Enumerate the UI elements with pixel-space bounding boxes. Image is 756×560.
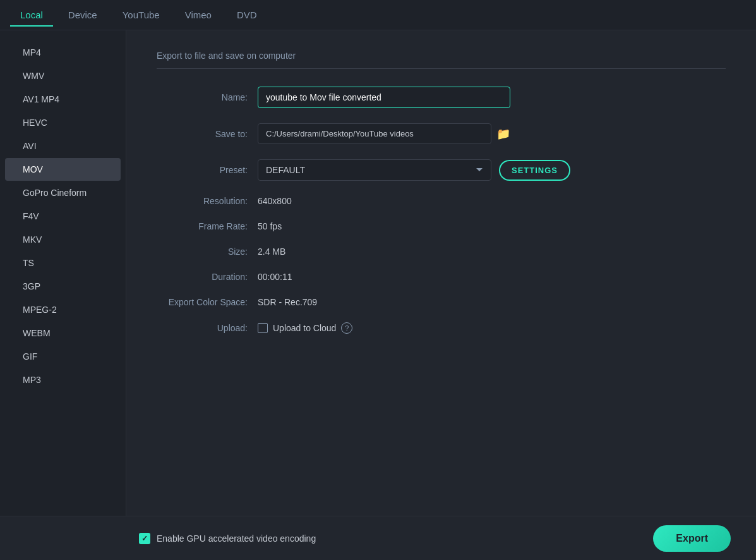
resolution-label: Resolution:: [157, 196, 258, 206]
upload-container: Upload to Cloud ?: [258, 322, 352, 334]
sidebar-item-f4v[interactable]: F4V: [5, 205, 121, 228]
sidebar-item-hevc[interactable]: HEVC: [5, 111, 121, 134]
sidebar-item-gif[interactable]: GIF: [5, 345, 121, 368]
help-icon[interactable]: ?: [341, 322, 352, 334]
upload-row: Upload: Upload to Cloud ?: [157, 322, 726, 334]
format-sidebar: MP4 WMV AV1 MP4 HEVC AVI MOV GoPro Cinef…: [0, 30, 126, 560]
sidebar-item-mpeg2[interactable]: MPEG-2: [5, 298, 121, 321]
content-area: Export to file and save on computer Name…: [126, 30, 756, 560]
duration-value: 00:00:11: [258, 272, 292, 282]
save-to-container: 📁: [258, 123, 510, 144]
sidebar-item-webm[interactable]: WEBM: [5, 322, 121, 344]
size-label: Size:: [157, 247, 258, 257]
section-title: Export to file and save on computer: [157, 51, 726, 69]
export-button[interactable]: Export: [653, 525, 731, 552]
color-space-label: Export Color Space:: [157, 297, 258, 307]
sidebar-item-mov[interactable]: MOV: [5, 158, 121, 181]
preset-container: DEFAULT High Quality Medium Quality Low …: [258, 159, 570, 181]
color-space-value: SDR - Rec.709: [258, 297, 317, 307]
frame-rate-label: Frame Rate:: [157, 221, 258, 231]
name-label: Name:: [157, 92, 258, 102]
settings-button[interactable]: SETTINGS: [499, 160, 570, 181]
tab-dvd[interactable]: DVD: [227, 4, 267, 27]
color-space-row: Export Color Space: SDR - Rec.709: [157, 297, 726, 307]
sidebar-item-avi[interactable]: AVI: [5, 135, 121, 157]
sidebar-item-wmv[interactable]: WMV: [5, 64, 121, 87]
size-row: Size: 2.4 MB: [157, 247, 726, 257]
upload-to-cloud-label: Upload to Cloud: [273, 323, 336, 333]
sidebar-item-3gp[interactable]: 3GP: [5, 275, 121, 298]
save-to-row: Save to: 📁: [157, 123, 726, 144]
preset-row: Preset: DEFAULT High Quality Medium Qual…: [157, 159, 726, 181]
gpu-label: Enable GPU accelerated video encoding: [157, 533, 316, 544]
frame-rate-value: 50 fps: [258, 221, 282, 231]
sidebar-item-mp4[interactable]: MP4: [5, 41, 121, 64]
gpu-checkbox[interactable]: [139, 533, 150, 544]
duration-label: Duration:: [157, 272, 258, 282]
name-input[interactable]: [258, 87, 510, 108]
sidebar-item-av1mp4[interactable]: AV1 MP4: [5, 88, 121, 111]
main-layout: MP4 WMV AV1 MP4 HEVC AVI MOV GoPro Cinef…: [0, 30, 756, 560]
gpu-container: Enable GPU accelerated video encoding: [139, 533, 316, 544]
tab-device[interactable]: Device: [58, 4, 107, 27]
folder-icon[interactable]: 📁: [496, 127, 510, 141]
top-navigation: Local Device YouTube Vimeo DVD: [0, 0, 756, 30]
preset-select[interactable]: DEFAULT High Quality Medium Quality Low …: [258, 159, 491, 181]
frame-rate-row: Frame Rate: 50 fps: [157, 221, 726, 231]
name-row: Name:: [157, 87, 726, 108]
tab-vimeo[interactable]: Vimeo: [175, 4, 222, 27]
upload-label: Upload:: [157, 323, 258, 333]
resolution-row: Resolution: 640x800: [157, 196, 726, 206]
save-to-path-input[interactable]: [258, 123, 491, 144]
tab-youtube[interactable]: YouTube: [112, 4, 170, 27]
save-to-label: Save to:: [157, 129, 258, 139]
tab-local[interactable]: Local: [10, 4, 53, 27]
sidebar-item-mkv[interactable]: MKV: [5, 228, 121, 251]
sidebar-item-gopro[interactable]: GoPro Cineform: [5, 181, 121, 204]
bottom-bar: Enable GPU accelerated video encoding Ex…: [0, 516, 756, 560]
sidebar-item-ts[interactable]: TS: [5, 252, 121, 274]
resolution-value: 640x800: [258, 196, 292, 206]
size-value: 2.4 MB: [258, 247, 285, 257]
preset-label: Preset:: [157, 165, 258, 175]
sidebar-item-mp3[interactable]: MP3: [5, 368, 121, 391]
duration-row: Duration: 00:00:11: [157, 272, 726, 282]
upload-to-cloud-checkbox[interactable]: [258, 323, 268, 333]
